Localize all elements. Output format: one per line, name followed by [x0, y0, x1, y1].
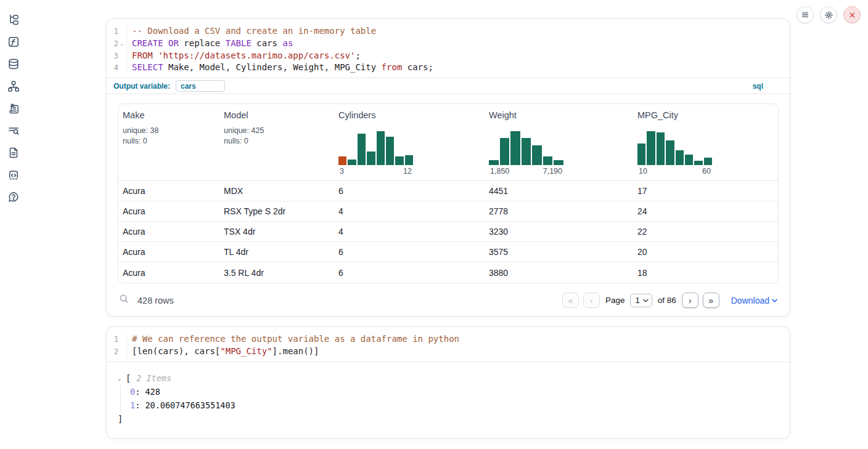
column-header-weight[interactable]: Weight 1,850 7,190	[485, 104, 633, 180]
chevron-down-icon	[772, 299, 777, 302]
result-table: Make unique: 38 nulls: 0 Model unique: 4…	[118, 103, 779, 283]
menu-icon	[801, 10, 809, 19]
row-count: 428 rows	[137, 296, 174, 305]
items-count: 2 Items	[136, 371, 171, 385]
documentation-icon[interactable]	[7, 147, 20, 159]
dependency-graph-icon[interactable]	[7, 80, 20, 92]
output-entry: 1: 20.060747663551403	[130, 398, 777, 412]
table-header: Make unique: 38 nulls: 0 Model unique: 4…	[118, 104, 778, 181]
pagination: « ‹ Page 1 of 86 › » Download	[562, 293, 777, 308]
logs-icon[interactable]	[7, 124, 20, 137]
sql-cell: 1 -- Download a CSV and create an in-mem…	[106, 18, 790, 317]
prev-page-button[interactable]: ‹	[583, 293, 600, 308]
weight-histogram[interactable]: 1,850 7,190	[489, 131, 563, 176]
column-stat: nulls: 0	[123, 136, 215, 147]
language-badge: sql	[753, 82, 783, 91]
code-line: 2 [len(cars), cars["MPG_City"].mean()]	[107, 346, 790, 358]
output-variable-row: Output variable: sql	[107, 78, 790, 94]
line-number: 2	[108, 38, 118, 50]
close-icon	[848, 11, 856, 19]
hist-max-label: 7,190	[543, 167, 562, 176]
table-row[interactable]: AcuraRSX Type S 2dr4277824	[118, 201, 778, 222]
search-icon[interactable]	[119, 294, 129, 307]
line-number: 1	[108, 25, 118, 38]
sql-code-editor[interactable]: 1 -- Download a CSV and create an in-mem…	[107, 19, 790, 78]
python-cell: 1 # We can reference the output variable…	[106, 326, 790, 439]
code-line: 2⌄ CREATE OR replace TABLE cars as	[107, 38, 790, 50]
code-line: 4 SELECT Make, Model, Cylinders, Weight,…	[107, 62, 790, 74]
table-row[interactable]: AcuraMDX6445117	[118, 181, 778, 201]
page-total: of 86	[658, 296, 676, 305]
last-page-button[interactable]: »	[703, 293, 719, 308]
output-variable-input[interactable]	[176, 80, 225, 92]
collapse-chevron-icon[interactable]: ⌄	[118, 371, 124, 385]
code-text: FROM 'https://datasets.marimo.app/cars.c…	[127, 50, 361, 62]
close-bracket: ]	[118, 412, 777, 426]
hist-max-label: 60	[702, 167, 711, 176]
scratchpad-icon[interactable]	[7, 102, 20, 115]
chevron-down-icon	[643, 299, 649, 302]
cylinders-histogram[interactable]: 3 12	[338, 131, 413, 176]
code-line: 3 FROM 'https://datasets.marimo.app/cars…	[107, 50, 790, 62]
code-text: SELECT Make, Model, Cylinders, Weight, M…	[127, 62, 433, 74]
help-icon[interactable]	[7, 191, 20, 203]
download-button[interactable]: Download	[731, 296, 777, 305]
open-bracket: [	[126, 371, 131, 385]
column-header-mpg-city[interactable]: MPG_City 10 60	[633, 104, 778, 180]
variables-icon[interactable]	[7, 36, 20, 48]
line-number: 1	[108, 333, 118, 346]
mpg-city-histogram[interactable]: 10 60	[637, 131, 712, 176]
code-text: [len(cars), cars["MPG_City"].mean()]	[127, 346, 319, 358]
line-number: 4	[108, 62, 118, 74]
output-entry: 0: 428	[130, 385, 777, 398]
line-number: 2	[108, 346, 118, 358]
hist-min-label: 10	[639, 167, 647, 176]
code-text: -- Download a CSV and create an in-memor…	[127, 25, 376, 38]
hist-max-label: 12	[403, 167, 412, 176]
page-select[interactable]: 1	[630, 294, 652, 307]
table-row[interactable]: Acura3.5 RL 4dr6388018	[118, 262, 778, 283]
table-row[interactable]: AcuraTSX 4dr4323022	[118, 222, 778, 242]
column-stat: unique: 425	[224, 126, 329, 136]
output-variable-label: Output variable:	[113, 82, 170, 91]
hist-min-label: 1,850	[490, 167, 509, 176]
column-stat: unique: 38	[123, 126, 215, 136]
fold-indicator[interactable]: ⌄	[118, 38, 125, 50]
first-page-button[interactable]: «	[562, 293, 579, 308]
shutdown-button[interactable]	[843, 6, 861, 23]
settings-button[interactable]	[820, 6, 837, 23]
page-label: Page	[605, 296, 625, 305]
column-header-cylinders[interactable]: Cylinders 3 12	[334, 104, 485, 180]
table-footer: 428 rows « ‹ Page 1 of 86 › » Download	[107, 283, 790, 308]
file-tree-icon[interactable]	[7, 14, 20, 26]
topbar-controls	[796, 6, 861, 23]
line-number: 3	[108, 50, 118, 62]
datasources-icon[interactable]	[7, 58, 20, 70]
snippets-icon[interactable]	[7, 169, 20, 181]
code-text: # We can reference the output variable a…	[127, 333, 459, 346]
code-text: CREATE OR replace TABLE cars as	[127, 38, 293, 50]
next-page-button[interactable]: ›	[682, 293, 698, 308]
code-line: 1 # We can reference the output variable…	[107, 333, 790, 346]
column-header-make[interactable]: Make unique: 38 nulls: 0	[118, 104, 219, 180]
python-code-editor[interactable]: 1 # We can reference the output variable…	[107, 327, 790, 362]
menu-button[interactable]	[796, 6, 814, 23]
column-stat: nulls: 0	[224, 136, 329, 147]
python-output: ⌄ [ 2 Items 0: 428 1: 20.060747663551403…	[107, 362, 790, 426]
code-line: 1 -- Download a CSV and create an in-mem…	[107, 25, 790, 38]
table-row[interactable]: AcuraTL 4dr6357520	[118, 242, 778, 262]
column-header-model[interactable]: Model unique: 425 nulls: 0	[219, 104, 334, 180]
sidebar	[0, 0, 27, 449]
hist-min-label: 3	[340, 167, 344, 176]
settings-gear-icon	[824, 10, 833, 20]
